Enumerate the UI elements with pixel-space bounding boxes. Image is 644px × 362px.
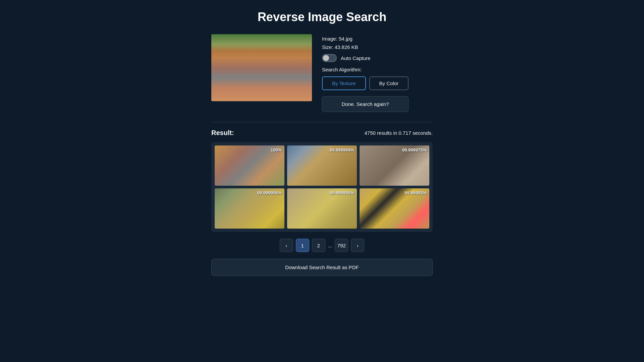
page-1-button[interactable]: 1 <box>296 239 309 252</box>
pagination: ‹ 1 2 ... 792 › <box>211 239 433 252</box>
result-header: Result: 4750 results in 0.717 seconds. <box>211 129 433 137</box>
result-percentage-4: 99.999956% <box>257 190 282 195</box>
info-panel: Image: 54.jpg Size: 43.826 KB Auto Captu… <box>322 34 409 112</box>
algorithm-buttons: By Texture By Color <box>322 76 409 90</box>
result-percentage-3: 99.999975% <box>402 147 427 153</box>
image-size: Size: 43.826 KB <box>322 44 409 50</box>
result-item-3[interactable]: 99.999975% <box>360 145 429 186</box>
result-item-4[interactable]: 99.999956% <box>215 188 284 229</box>
query-image <box>211 34 312 101</box>
prev-page-button[interactable]: ‹ <box>280 239 293 252</box>
algorithm-label: Search Algorithm: <box>322 67 409 72</box>
result-percentage-6: 99.99993% <box>405 190 427 195</box>
result-percentage-5: 99.999955% <box>330 190 354 195</box>
result-label: Result: <box>211 129 234 137</box>
image-name: Image: 54.jpg <box>322 36 409 42</box>
result-item-1[interactable]: 100% <box>215 145 284 186</box>
results-grid: 100% 99.999994% 99.999975% 99.999956% 99… <box>211 142 433 232</box>
search-again-button[interactable]: Done. Search again? <box>322 96 409 112</box>
next-page-button[interactable]: › <box>351 239 364 252</box>
divider <box>211 122 433 122</box>
page-2-button[interactable]: 2 <box>312 239 325 252</box>
result-item-2[interactable]: 99.999994% <box>287 145 357 186</box>
result-item-5[interactable]: 99.999955% <box>287 188 357 229</box>
page-dots: ... <box>328 243 332 248</box>
auto-capture-label: Auto Capture <box>341 55 370 61</box>
fox-image <box>211 34 312 101</box>
by-texture-button[interactable]: By Texture <box>322 76 366 90</box>
toggle-knob <box>323 55 329 61</box>
by-color-button[interactable]: By Color <box>369 76 409 90</box>
page-title: Reverse Image Search <box>258 10 386 24</box>
page-last-button[interactable]: 792 <box>335 239 348 252</box>
result-count: 4750 results in 0.717 seconds. <box>365 130 433 136</box>
auto-capture-row: Auto Capture <box>322 54 409 62</box>
main-container: Image: 54.jpg Size: 43.826 KB Auto Captu… <box>211 34 433 276</box>
result-item-6[interactable]: 99.99993% <box>360 188 429 229</box>
top-section: Image: 54.jpg Size: 43.826 KB Auto Captu… <box>211 34 433 112</box>
download-button[interactable]: Download Search Result as PDF <box>211 259 433 276</box>
auto-capture-toggle[interactable] <box>322 54 337 62</box>
result-percentage-1: 100% <box>271 147 282 153</box>
result-percentage-2: 99.999994% <box>330 147 354 153</box>
